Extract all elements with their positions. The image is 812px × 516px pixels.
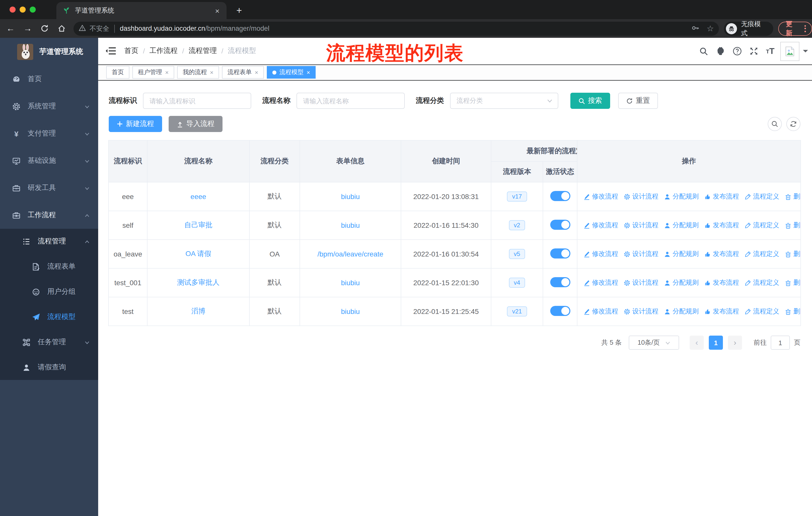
sidebar-item-dashboard[interactable]: 首页	[0, 65, 98, 93]
next-page-button[interactable]: ›	[728, 335, 742, 350]
process-name-input[interactable]	[296, 93, 405, 109]
refresh-table-button[interactable]	[786, 117, 801, 131]
tab-close-icon[interactable]: ×	[255, 69, 258, 76]
process-definition-link[interactable]: 流程定义	[745, 307, 779, 316]
search-button[interactable]: 搜索	[570, 93, 610, 109]
edit-process-link[interactable]: 修改流程	[583, 307, 618, 316]
browser-tab[interactable]: 芋道管理系统 ×	[56, 2, 227, 19]
avatar-dropdown-icon[interactable]	[803, 50, 808, 55]
design-process-link[interactable]: 设计流程	[624, 249, 659, 259]
tab-close-icon[interactable]: ×	[165, 69, 169, 76]
sidebar-item-gear[interactable]: 系统管理	[0, 93, 98, 120]
active-toggle[interactable]	[550, 277, 570, 287]
forward-button[interactable]: →	[21, 22, 34, 35]
active-toggle[interactable]	[550, 191, 570, 201]
minimize-window-button[interactable]	[20, 6, 26, 12]
update-label[interactable]: 更新	[786, 19, 799, 37]
tab-close-icon[interactable]: ×	[210, 69, 213, 76]
zoom-window-button[interactable]	[30, 6, 36, 12]
sidebar-item-monitor[interactable]: 基础设施	[0, 147, 98, 174]
close-window-button[interactable]	[9, 6, 16, 12]
browser-menu-icon[interactable]	[803, 25, 808, 32]
sidebar-item-toolbox[interactable]: 研发工具	[0, 174, 98, 201]
breadcrumb-workflow[interactable]: 工作流程	[149, 46, 178, 55]
create-process-button[interactable]: 新建流程	[109, 116, 162, 132]
publish-process-link[interactable]: 发布流程	[704, 249, 739, 259]
design-process-link[interactable]: 设计流程	[624, 307, 659, 316]
publish-process-link[interactable]: 发布流程	[704, 192, 739, 201]
tab-close-icon[interactable]: ×	[214, 6, 221, 15]
sidebar-item-tasks[interactable]: 任务管理	[0, 330, 98, 355]
sidebar-item-briefcase[interactable]: 工作流程	[0, 201, 98, 229]
reload-button[interactable]	[38, 22, 51, 35]
delete-process-link[interactable]: 删除	[785, 192, 801, 201]
delete-process-link[interactable]: 删除	[785, 249, 801, 259]
font-size-icon[interactable]: TT	[764, 45, 777, 58]
sidebar-item-plane[interactable]: 流程模型	[0, 304, 98, 330]
active-toggle[interactable]	[550, 248, 570, 258]
category-select[interactable]: 流程分类	[450, 93, 558, 109]
delete-process-link[interactable]: 删除	[785, 278, 801, 287]
form-info-link[interactable]: biubiu	[341, 279, 360, 287]
delete-process-link[interactable]: 删除	[785, 307, 801, 316]
show-search-button[interactable]	[768, 117, 782, 131]
process-definition-link[interactable]: 流程定义	[745, 192, 779, 201]
new-tab-button[interactable]: +	[233, 4, 246, 17]
process-name-link[interactable]: OA 请假	[185, 249, 211, 257]
page-size-select[interactable]: 10条/页	[629, 335, 679, 350]
form-info-link[interactable]: /bpm/oa/leave/create	[317, 250, 383, 258]
back-button[interactable]: ←	[4, 22, 17, 35]
tag-tab-2[interactable]: 我的流程×	[177, 66, 219, 79]
delete-process-link[interactable]: 删除	[785, 221, 801, 230]
form-info-link[interactable]: biubiu	[341, 307, 360, 316]
breadcrumb-home[interactable]: 首页	[124, 46, 139, 55]
publish-process-link[interactable]: 发布流程	[704, 221, 739, 230]
assign-rule-link[interactable]: 分配规则	[664, 307, 699, 316]
import-process-button[interactable]: 导入流程	[169, 116, 223, 132]
prev-page-button[interactable]: ‹	[690, 335, 704, 350]
reset-button[interactable]: 重置	[618, 93, 658, 109]
tag-tab-4[interactable]: 流程模型×	[267, 66, 316, 79]
sidebar-logo[interactable]: 芋道管理系统	[0, 38, 98, 65]
current-page[interactable]: 1	[709, 335, 723, 350]
active-toggle[interactable]	[550, 219, 570, 229]
collapse-sidebar-icon[interactable]	[105, 46, 116, 55]
home-button[interactable]	[55, 22, 68, 35]
process-name-link[interactable]: 自己审批	[184, 221, 212, 229]
edit-process-link[interactable]: 修改流程	[583, 249, 618, 259]
sidebar-item-group[interactable]: 用户分组	[0, 279, 98, 304]
process-name-link[interactable]: 滔博	[191, 307, 205, 315]
help-icon[interactable]	[730, 45, 744, 58]
bookmark-star-icon[interactable]: ☆	[707, 24, 714, 33]
assign-rule-link[interactable]: 分配规则	[664, 249, 699, 259]
goto-page-input[interactable]	[771, 335, 790, 350]
github-icon[interactable]	[714, 45, 727, 58]
edit-process-link[interactable]: 修改流程	[583, 221, 618, 230]
process-definition-link[interactable]: 流程定义	[745, 278, 779, 287]
fullscreen-icon[interactable]	[747, 45, 760, 58]
user-avatar[interactable]	[780, 42, 800, 61]
active-toggle[interactable]	[550, 306, 570, 316]
sidebar-item-yen[interactable]: ¥支付管理	[0, 120, 98, 147]
publish-process-link[interactable]: 发布流程	[704, 307, 739, 316]
edit-process-link[interactable]: 修改流程	[583, 278, 618, 287]
sidebar-item-user[interactable]: 请假查询	[0, 355, 98, 380]
address-bar[interactable]: 不安全 dashboard.yudao.iocoder.cn/bpm/manag…	[74, 21, 719, 35]
sidebar-item-tree[interactable]: 流程管理	[0, 229, 98, 254]
form-info-link[interactable]: biubiu	[341, 192, 360, 200]
process-name-link[interactable]: eeee	[191, 192, 206, 200]
form-info-link[interactable]: biubiu	[341, 221, 360, 229]
process-definition-link[interactable]: 流程定义	[745, 221, 779, 230]
design-process-link[interactable]: 设计流程	[624, 192, 659, 201]
process-id-input[interactable]	[143, 93, 251, 109]
edit-process-link[interactable]: 修改流程	[583, 192, 618, 201]
design-process-link[interactable]: 设计流程	[624, 278, 659, 287]
assign-rule-link[interactable]: 分配规则	[664, 278, 699, 287]
assign-rule-link[interactable]: 分配规则	[664, 221, 699, 230]
tab-close-icon[interactable]: ×	[307, 69, 310, 76]
security-label[interactable]: 不安全	[90, 24, 109, 33]
breadcrumb-process-mgmt[interactable]: 流程管理	[189, 46, 217, 55]
assign-rule-link[interactable]: 分配规则	[664, 192, 699, 201]
process-definition-link[interactable]: 流程定义	[745, 249, 779, 259]
publish-process-link[interactable]: 发布流程	[704, 278, 739, 287]
